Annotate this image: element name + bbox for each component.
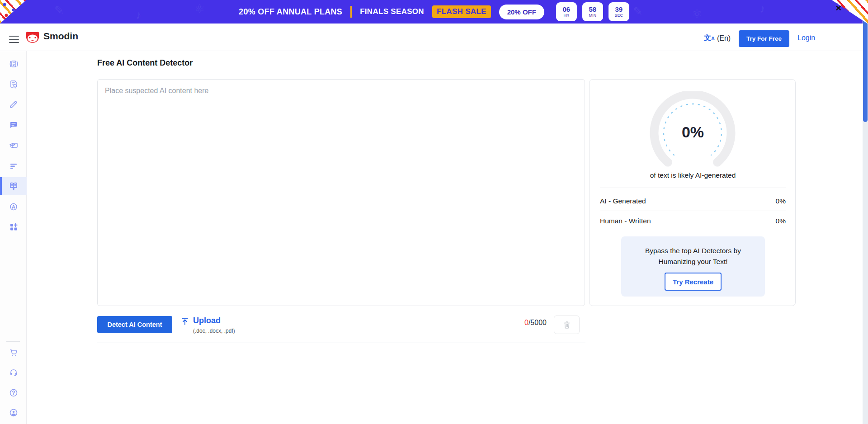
detect-ai-content-button[interactable]: Detect AI Content [97, 316, 172, 333]
page-title: Free AI Content Detector [97, 58, 193, 68]
upload-label: Upload [193, 316, 235, 325]
card-divider [600, 211, 786, 211]
pen-icon [9, 100, 19, 110]
trash-icon [562, 320, 571, 330]
sidebar-item-plagiarism-checker[interactable] [0, 75, 27, 94]
sidebar-item-cart[interactable] [0, 344, 27, 362]
brand-name[interactable]: Smodin [43, 31, 78, 42]
stat-value: 0% [776, 197, 786, 205]
discount-pill: 20% OFF [499, 5, 544, 19]
bottom-divider [97, 343, 585, 343]
flash-sale-badge: FLASH SALE [432, 5, 491, 18]
stat-value: 0% [776, 217, 786, 225]
bypass-text-line2: Humanizing your Text! [621, 256, 765, 267]
summarizer-icon [9, 161, 19, 171]
timer-seconds-value: 39 [615, 6, 623, 13]
timer-minutes-value: 58 [589, 6, 597, 13]
language-icon-sub: A [711, 36, 715, 41]
stat-label: Human - Written [600, 217, 651, 225]
headset-icon [9, 367, 19, 377]
account-icon [9, 408, 19, 418]
upload-formats: (.doc, .docx, .pdf) [193, 328, 235, 334]
bypass-text-line1: Bypass the top AI Detectors by [621, 245, 765, 256]
ai-detector-icon [9, 181, 19, 191]
cart-icon [9, 348, 19, 358]
bypass-promo-box: Bypass the top AI Detectors by Humanizin… [621, 236, 765, 297]
chat-icon [9, 120, 19, 130]
sidebar-item-chat[interactable] [0, 116, 27, 134]
banner-close-icon[interactable]: ✕ [835, 4, 842, 13]
sidebar-item-homework-solver[interactable] [0, 137, 27, 155]
sidebar-item-ai-detector[interactable] [0, 177, 27, 195]
clear-text-button[interactable] [554, 316, 580, 334]
timer-seconds: 39 SEC [609, 2, 629, 21]
timer-hours-value: 06 [563, 6, 571, 13]
language-selector[interactable]: 文A (En) [704, 33, 731, 43]
sidebar-divider [6, 341, 20, 342]
timer-seconds-unit: SEC [615, 13, 623, 18]
results-card: 0% of text is likely AI-generated AI - G… [589, 79, 796, 306]
stat-row-ai-generated: AI - Generated 0% [600, 197, 786, 205]
hamburger-menu-icon[interactable] [9, 36, 19, 43]
content-input[interactable] [97, 79, 585, 306]
upload-icon [180, 317, 189, 326]
ai-grader-icon [9, 202, 19, 212]
banner-promo-text: 20% OFF ANNUAL PLANS [239, 7, 342, 17]
timer-hours: 06 HR [556, 2, 577, 21]
language-code: (En) [717, 34, 731, 42]
more-tools-icon [9, 222, 19, 232]
banner-season-text: FINALS SEASON [360, 7, 424, 16]
stat-row-human-written: Human - Written 0% [600, 217, 786, 225]
character-counter: 0/5000 [524, 319, 547, 327]
try-recreate-button[interactable]: Try Recreate [665, 273, 722, 291]
homework-solver-icon [9, 141, 19, 151]
upload-control[interactable]: Upload (.doc, .docx, .pdf) [180, 316, 235, 334]
smodin-logo-icon [25, 30, 40, 44]
gauge-value: 0% [590, 123, 796, 141]
stat-label: AI - Generated [600, 197, 646, 205]
character-count: 0 [524, 319, 528, 326]
language-icon: 文 [704, 34, 711, 42]
help-icon [9, 388, 19, 398]
sidebar-item-more-tools[interactable] [0, 218, 27, 236]
try-for-free-button[interactable]: Try For Free [739, 30, 789, 47]
sidebar-item-ai-grader[interactable] [0, 198, 27, 216]
plagiarism-checker-icon [9, 80, 19, 90]
promo-banner: ✎ ♪ ⚛ ✎ ⚛ ♪ 20% OFF ANNUAL PLANS FINALS … [0, 0, 868, 24]
timer-minutes: 58 MIN [582, 2, 603, 21]
page-scrollbar[interactable] [863, 0, 868, 424]
sidebar-item-help[interactable] [0, 384, 27, 402]
timer-hours-unit: HR [563, 13, 569, 18]
sidebar-item-ai-writer[interactable] [0, 96, 27, 114]
banner-separator [350, 6, 352, 18]
sidebar-item-paraphraser[interactable] [0, 55, 27, 73]
sidebar-item-support[interactable] [0, 363, 27, 382]
sidebar-item-account[interactable] [0, 404, 27, 422]
character-limit: /5000 [528, 319, 547, 326]
sidebar [0, 51, 27, 424]
timer-minutes-unit: MIN [589, 13, 597, 18]
login-link[interactable]: Login [797, 34, 815, 42]
app-header: Smodin 文A (En) [0, 24, 868, 51]
sidebar-item-summarizer[interactable] [0, 157, 27, 175]
gauge-caption: of text is likely AI-generated [590, 171, 796, 179]
card-divider [600, 188, 786, 188]
countdown-timer: 06 HR 58 MIN 39 SEC [556, 2, 629, 21]
paraphraser-icon [9, 59, 19, 69]
